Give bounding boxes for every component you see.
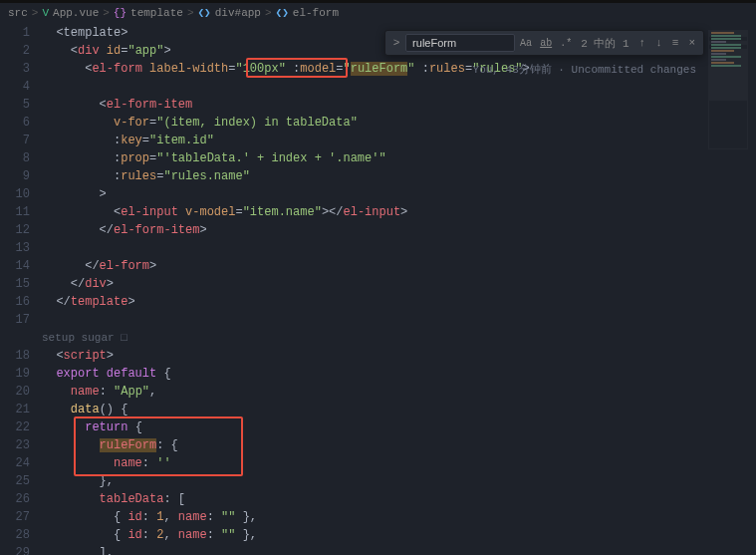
- bc-file[interactable]: App.vue: [53, 7, 99, 19]
- code-text: <template>: [42, 26, 127, 40]
- line-number: 7: [0, 132, 30, 149]
- line-number: 13: [0, 239, 30, 257]
- bc-template[interactable]: template: [130, 7, 183, 19]
- line-number: 11: [0, 203, 30, 221]
- line-number: 17: [0, 311, 30, 329]
- line-number: 4: [0, 78, 30, 96]
- bc-sep: >: [103, 7, 110, 19]
- search-regex-icon[interactable]: .*: [557, 37, 575, 50]
- line-number: 12: [0, 221, 30, 239]
- line-number: 25: [0, 472, 30, 490]
- tag-icon: ❮❯: [276, 6, 289, 19]
- bc-elform[interactable]: el-form: [293, 7, 339, 19]
- line-number: 23: [0, 436, 30, 454]
- bc-sep: >: [187, 7, 194, 19]
- codelens-setup[interactable]: setup sugar □: [42, 332, 127, 344]
- line-number: 15: [0, 275, 30, 293]
- search-case-icon[interactable]: Aa: [517, 37, 535, 50]
- bc-src[interactable]: src: [8, 7, 28, 19]
- braces-icon: {}: [114, 7, 126, 19]
- line-number: 22: [0, 418, 30, 436]
- search-prev-button[interactable]: ↑: [635, 37, 650, 49]
- breadcrumb: src > V App.vue > {} template > ❮❯ div#a…: [0, 3, 756, 22]
- git-blame-text: You, 43分钟前 · Uncommitted changes: [473, 62, 696, 77]
- line-number: 19: [0, 365, 30, 383]
- tag-icon: ❮❯: [197, 6, 210, 19]
- line-number: 5: [0, 96, 30, 114]
- search-close-button[interactable]: ×: [684, 37, 699, 49]
- line-number: 9: [0, 167, 30, 185]
- line-number: 8: [0, 149, 30, 167]
- search-input[interactable]: [405, 34, 515, 52]
- search-result-counter: 2 中的 1: [577, 36, 632, 51]
- line-number: 14: [0, 257, 30, 275]
- search-selection-button[interactable]: ≡: [668, 37, 683, 49]
- search-match: ruleForm: [351, 62, 408, 76]
- bc-div[interactable]: div#app: [215, 7, 261, 19]
- line-number: 1: [0, 24, 30, 42]
- minimap[interactable]: [708, 30, 748, 149]
- line-number: 21: [0, 401, 30, 418]
- line-number: 3: [0, 60, 30, 78]
- line-number: [0, 329, 30, 347]
- line-number: 10: [0, 185, 30, 203]
- line-number: 18: [0, 347, 30, 365]
- line-number: 2: [0, 42, 30, 60]
- line-number: 29: [0, 544, 30, 555]
- line-gutter: 1 2 3 4 5 6 7 8 9 10 11 12 13 14 15 16 1…: [0, 22, 42, 553]
- code-area[interactable]: <template> <div id="app"> <el-form label…: [42, 22, 756, 553]
- editor[interactable]: 1 2 3 4 5 6 7 8 9 10 11 12 13 14 15 16 1…: [0, 22, 756, 553]
- line-number: 26: [0, 490, 30, 508]
- line-number: 16: [0, 293, 30, 311]
- vue-icon: V: [42, 7, 49, 19]
- line-number: 24: [0, 454, 30, 472]
- bc-sep: >: [32, 7, 39, 19]
- search-toggle-replace[interactable]: >: [389, 37, 403, 49]
- search-next-button[interactable]: ↓: [651, 37, 666, 49]
- search-match: ruleForm: [100, 438, 157, 452]
- line-number: 27: [0, 508, 30, 526]
- line-number: 6: [0, 114, 30, 132]
- search-panel: > Aa ab .* 2 中的 1 ↑ ↓ ≡ ×: [384, 30, 704, 56]
- search-word-icon[interactable]: ab: [537, 37, 555, 50]
- line-number: 20: [0, 383, 30, 401]
- line-number: 28: [0, 526, 30, 544]
- bc-sep: >: [265, 7, 272, 19]
